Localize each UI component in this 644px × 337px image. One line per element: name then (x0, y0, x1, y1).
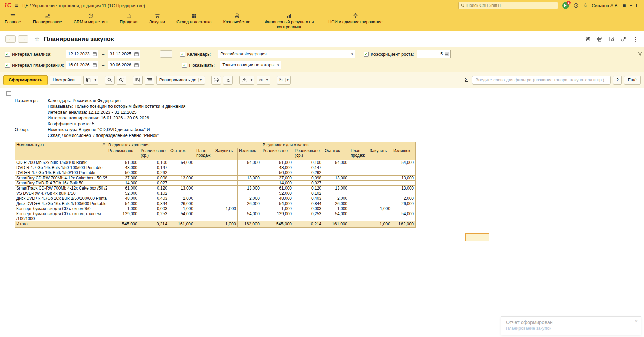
column-header[interactable]: Реализовано (107, 148, 139, 160)
cell-value[interactable]: 129,000 (261, 211, 293, 221)
cell-value[interactable]: 51,000 (261, 160, 293, 165)
cell-value[interactable] (195, 181, 214, 186)
cell-value[interactable] (349, 196, 368, 201)
find-button[interactable] (105, 76, 115, 85)
cell-value[interactable] (195, 211, 214, 221)
filter-funnel-icon[interactable] (637, 51, 643, 56)
cell-value[interactable]: 13,000 (169, 176, 195, 181)
cell-value[interactable] (195, 176, 214, 181)
cell-value[interactable]: 0,102 (293, 191, 323, 196)
column-header[interactable]: Остаток (169, 148, 195, 160)
cell-value[interactable]: 0,147 (293, 165, 323, 170)
cell-value[interactable]: 0,403 (139, 196, 169, 201)
cell-value[interactable] (169, 165, 195, 170)
1c-logo[interactable]: 1С (4, 2, 11, 9)
cell-value[interactable]: 2,000 (238, 196, 261, 201)
cell-value[interactable] (349, 165, 368, 170)
column-header[interactable]: Излишек (392, 148, 416, 160)
period-more-button[interactable]: ... (160, 50, 172, 58)
table-row[interactable]: Диск DVD+R 4.7Gb 16x Bulk 1/100/600 Prin… (15, 201, 416, 206)
cell-value[interactable] (368, 176, 392, 181)
total-value[interactable]: 162,000 (238, 221, 261, 228)
cell-value[interactable]: 14,000 (261, 181, 293, 186)
cell-value[interactable]: 0,147 (139, 165, 169, 170)
cell-value[interactable]: 0,003 (293, 206, 323, 211)
back-button[interactable]: ← (5, 35, 16, 43)
service-menu-icon[interactable]: ≡ (623, 3, 626, 8)
cell-value[interactable] (214, 165, 238, 170)
generate-button[interactable]: Сформировать (3, 75, 48, 85)
user-name[interactable]: Сиваков А.В. (592, 3, 619, 8)
notification-toast[interactable]: Отчет сформирован Планирование закупок × (501, 316, 641, 335)
save-result-button[interactable]: ▾ (239, 76, 254, 85)
resend-button[interactable]: ↻ ▾ (277, 76, 291, 85)
cell-value[interactable]: 54,000 (261, 201, 293, 206)
global-search[interactable] (458, 2, 558, 9)
cell-value[interactable]: 0,098 (139, 176, 169, 181)
cell-value[interactable]: 0,098 (293, 176, 323, 181)
cell-nomenclature[interactable]: SmartTrack CD-RW 700Mb 4-12x Cake box /5… (15, 186, 107, 191)
cell-value[interactable] (169, 181, 195, 186)
planning-date-from[interactable]: 16.01.2026 (66, 61, 98, 69)
help-button[interactable]: ? (613, 76, 622, 85)
ribbon-item-planning[interactable]: Планирование (33, 13, 62, 25)
table-row[interactable]: DVD+R 4.7 Gb 16x Bulk 1/50/100 Printable… (15, 170, 416, 176)
cell-value[interactable] (368, 201, 392, 206)
calendar-icon[interactable] (134, 52, 139, 56)
cell-value[interactable]: 54,000 (392, 160, 416, 165)
cell-nomenclature[interactable]: CD-R 700 Mb 52x bulk 1/50/100 Blank (15, 160, 107, 165)
cell-nomenclature[interactable]: SmartBuy DVD-R 4.7Gb 16x Bulk 50 (15, 181, 107, 186)
cell-value[interactable]: 0,262 (293, 170, 323, 176)
cell-value[interactable]: 52,000 (261, 191, 293, 196)
cell-value[interactable]: 37,000 (107, 176, 139, 181)
column-header[interactable]: Остаток (323, 148, 349, 160)
cell-value[interactable]: 2,000 (323, 196, 349, 201)
planning-date-to[interactable]: 30.06.2026 (108, 61, 140, 69)
cell-value[interactable] (349, 211, 368, 221)
cell-value[interactable]: 0,262 (139, 170, 169, 176)
total-value[interactable]: 161,000 (169, 221, 195, 228)
cell-value[interactable]: 61,000 (107, 186, 139, 191)
total-value[interactable]: 162,000 (392, 221, 416, 228)
cell-value[interactable]: 0,120 (293, 186, 323, 191)
favorite-star-icon[interactable]: ☆ (34, 36, 40, 42)
cell-value[interactable] (392, 165, 416, 170)
growth-checkbox[interactable]: ✓ (364, 52, 369, 57)
cell-nomenclature[interactable]: VS DVD-RW 4.7Gb 4x bulk 1/50 (15, 191, 107, 196)
chevron-down-icon[interactable]: ▾ (93, 78, 96, 82)
minimize-button[interactable]: – (630, 3, 632, 8)
table-row[interactable]: SmartTrack CD-RW 700Mb 4-12x Cake box /5… (15, 186, 416, 191)
cell-value[interactable]: 0,027 (139, 181, 169, 186)
favorites-icon[interactable]: ☆ (583, 3, 588, 8)
cell-nomenclature[interactable]: DVD-R 4.7 Gb 16x Bulk 1/50-100/600 Print… (15, 165, 107, 170)
link-icon[interactable] (621, 36, 627, 42)
total-value[interactable] (349, 221, 368, 228)
cell-value[interactable]: 0,100 (139, 160, 169, 165)
cell-nomenclature[interactable]: Конверт бумажный для CD с окном, с клеем… (15, 211, 107, 221)
cell-value[interactable]: 2,000 (392, 196, 416, 201)
report-variants-button[interactable]: ▾ (83, 76, 98, 85)
cell-value[interactable] (214, 191, 238, 196)
cell-nomenclature[interactable]: Диск DVD+R 4.7Gb 16x Bulk 1/100/600 Prin… (15, 201, 107, 206)
cell-value[interactable]: 1,000 (261, 206, 293, 211)
cell-value[interactable] (238, 191, 261, 196)
cell-value[interactable] (323, 165, 349, 170)
total-value[interactable] (195, 221, 214, 228)
cell-value[interactable]: 26,000 (169, 201, 195, 206)
cell-value[interactable]: 0,102 (139, 191, 169, 196)
maximize-button[interactable] (636, 3, 640, 8)
cell-value[interactable]: 13,000 (238, 186, 261, 191)
cell-value[interactable]: 0,100 (293, 160, 323, 165)
cell-value[interactable]: 0,844 (293, 201, 323, 206)
analysis-date-to[interactable]: 31.12.2025 (108, 50, 140, 58)
cell-value[interactable] (214, 170, 238, 176)
ribbon-item-sales[interactable]: Продажи (120, 13, 137, 25)
cell-value[interactable] (169, 191, 195, 196)
chevron-down-icon[interactable]: ▾ (198, 78, 202, 82)
cell-value[interactable]: 1,000 (214, 206, 238, 211)
cell-value[interactable]: 26,000 (238, 201, 261, 206)
cell-value[interactable] (349, 176, 368, 181)
cell-value[interactable]: -1,000 (323, 206, 349, 211)
cell-value[interactable] (368, 196, 392, 201)
print-icon[interactable] (597, 36, 603, 42)
